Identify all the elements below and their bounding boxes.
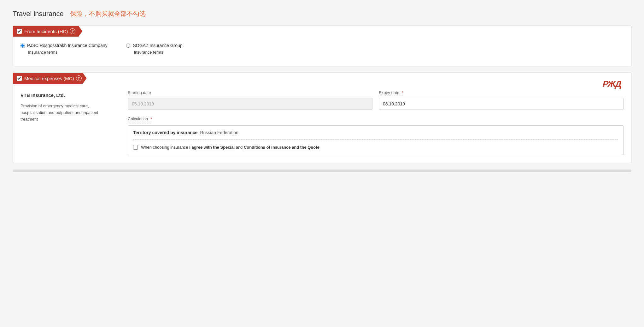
bottom-scrollbar[interactable] [13, 169, 631, 172]
medical-checkbox-label[interactable]: Medical expenses (MC) [17, 76, 74, 81]
medical-checkbox[interactable] [17, 76, 22, 81]
agree-row: When choosing insurance I agree with the… [133, 144, 618, 151]
expiry-date-field: Expiry date * [379, 90, 624, 110]
calculation-box: Territory covered by insurance Russian F… [128, 125, 624, 155]
agree-link2[interactable]: Conditions of Insurance and the Quote [244, 145, 319, 150]
sogaz-option: SOGAZ Insurance Group Insurance terms [126, 43, 182, 55]
page-subtitle: 保险，不购买就全部不勾选 [70, 9, 146, 18]
agree-link1[interactable]: I agree with the Special [189, 145, 235, 150]
agree-checkbox[interactable] [133, 145, 138, 150]
territory-row: Territory covered by insurance Russian F… [133, 130, 618, 140]
company-name: VTB Insurance, Ltd. [20, 92, 115, 98]
accidents-checkbox-label[interactable]: From accidents (HC) [17, 29, 68, 34]
accidents-label-text: From accidents (HC) [24, 29, 68, 34]
provision-text: Provision of emergency medical care, hos… [20, 103, 115, 122]
rosgos-option: PJSC Rosgosstrakh Insurance Company Insu… [20, 43, 107, 55]
date-row: Starting date Expiry date * [128, 90, 624, 110]
starting-date-field: Starting date [128, 90, 372, 110]
accidents-section-card: From accidents (HC) ? PJSC Rosgosstrakh … [13, 26, 631, 66]
territory-value: Russian Federation [200, 130, 238, 135]
medical-label-text: Medical expenses (MC) [24, 76, 74, 81]
agree-and: and [236, 145, 243, 150]
rosgos-label-text: PJSC Rosgosstrakh Insurance Company [27, 43, 107, 48]
expiry-date-label: Expiry date * [379, 90, 403, 96]
agree-text: When choosing insurance I agree with the… [141, 144, 319, 151]
territory-label: Territory covered by insurance [133, 130, 197, 135]
medical-section-header: Medical expenses (MC) ? [13, 73, 87, 84]
sogaz-terms-link[interactable]: Insurance terms [134, 50, 182, 55]
sogaz-radio[interactable] [126, 44, 130, 48]
sogaz-label-text: SOGAZ Insurance Group [133, 43, 182, 48]
expiry-date-input[interactable] [379, 98, 624, 110]
agree-prefix: When choosing insurance [141, 145, 188, 150]
accidents-section-header: From accidents (HC) ? [13, 26, 82, 37]
rosgos-terms-link[interactable]: Insurance terms [28, 50, 107, 55]
medical-section-card: Medical expenses (MC) ? РЖД VTB Insuranc… [13, 73, 631, 163]
medical-left-panel: VTB Insurance, Ltd. Provision of emergen… [20, 90, 115, 155]
accidents-checkbox[interactable] [17, 29, 22, 34]
starting-date-input[interactable] [128, 98, 372, 110]
rosgos-radio[interactable] [20, 44, 25, 48]
accidents-help-icon[interactable]: ? [70, 28, 75, 34]
calculation-section: Calculation * Territory covered by insur… [128, 116, 624, 155]
insurer-radio-group: PJSC Rosgosstrakh Insurance Company Insu… [20, 43, 624, 55]
svg-text:РЖД: РЖД [603, 79, 622, 89]
page-container: Travel insurance 保险，不购买就全部不勾选 From accid… [0, 0, 644, 327]
medical-help-icon[interactable]: ? [76, 75, 82, 81]
calculation-required-star: * [150, 116, 152, 121]
starting-date-label: Starting date [128, 90, 151, 96]
accidents-section-body: PJSC Rosgosstrakh Insurance Company Insu… [13, 43, 631, 55]
expiry-required-star: * [402, 90, 403, 95]
page-title: Travel insurance [13, 10, 64, 18]
medical-right-panel: Starting date Expiry date * Calculation [128, 90, 624, 155]
medical-body: VTB Insurance, Ltd. Provision of emergen… [13, 90, 631, 163]
rosgos-radio-label[interactable]: PJSC Rosgosstrakh Insurance Company [20, 43, 107, 48]
page-header: Travel insurance 保险，不购买就全部不勾选 [13, 9, 631, 18]
rzd-logo: РЖД [603, 78, 625, 91]
sogaz-radio-label[interactable]: SOGAZ Insurance Group [126, 43, 182, 48]
calculation-label: Calculation * [128, 116, 152, 122]
